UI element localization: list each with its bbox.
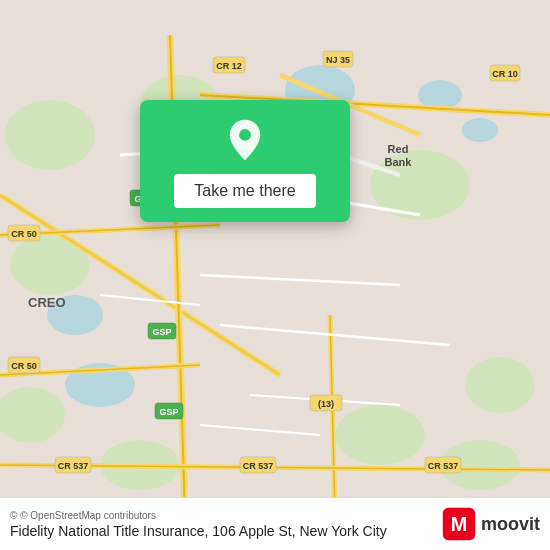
svg-point-4	[462, 118, 498, 142]
svg-point-67	[239, 129, 251, 141]
bottom-bar: © © OpenStreetMap contributors Fidelity …	[0, 497, 550, 550]
svg-text:CR 50: CR 50	[11, 229, 37, 239]
svg-text:GSP: GSP	[159, 407, 178, 417]
svg-line-33	[220, 325, 450, 345]
copyright-symbol: ©	[10, 510, 17, 521]
svg-text:NJ 35: NJ 35	[326, 55, 350, 65]
svg-text:M: M	[451, 513, 467, 535]
svg-text:CREO: CREO	[28, 295, 66, 310]
svg-line-32	[200, 275, 400, 285]
map-container: CR 12 NJ 35 CR 10 CR 12 CR 50 Red Bank G…	[0, 0, 550, 550]
svg-point-12	[465, 357, 535, 413]
svg-text:CR 50: CR 50	[11, 361, 37, 371]
map-attribution: © © OpenStreetMap contributors	[10, 510, 387, 521]
svg-text:GSP: GSP	[152, 327, 171, 337]
svg-text:CR 537: CR 537	[428, 461, 459, 471]
svg-text:CR 12: CR 12	[216, 61, 242, 71]
moovit-logo: M moovit	[441, 506, 540, 542]
svg-text:(13): (13)	[318, 399, 334, 409]
location-name: Fidelity National Title Insurance, 106 A…	[10, 523, 387, 539]
svg-text:CR 537: CR 537	[243, 461, 274, 471]
bottom-left: © © OpenStreetMap contributors Fidelity …	[10, 510, 387, 539]
take-me-there-button[interactable]: Take me there	[174, 174, 315, 208]
svg-point-5	[5, 100, 95, 170]
svg-text:CR 537: CR 537	[58, 461, 89, 471]
svg-text:Bank: Bank	[385, 156, 413, 168]
svg-point-9	[0, 387, 65, 443]
svg-point-11	[335, 405, 425, 465]
moovit-icon: M	[441, 506, 477, 542]
map-svg: CR 12 NJ 35 CR 10 CR 12 CR 50 Red Bank G…	[0, 0, 550, 550]
location-card: Take me there	[140, 100, 350, 222]
attribution-text: © OpenStreetMap contributors	[20, 510, 156, 521]
svg-line-36	[200, 425, 320, 435]
location-pin-icon	[223, 118, 267, 162]
svg-text:Red: Red	[388, 143, 409, 155]
svg-text:CR 10: CR 10	[492, 69, 518, 79]
svg-line-34	[100, 295, 200, 305]
moovit-text: moovit	[481, 514, 540, 535]
